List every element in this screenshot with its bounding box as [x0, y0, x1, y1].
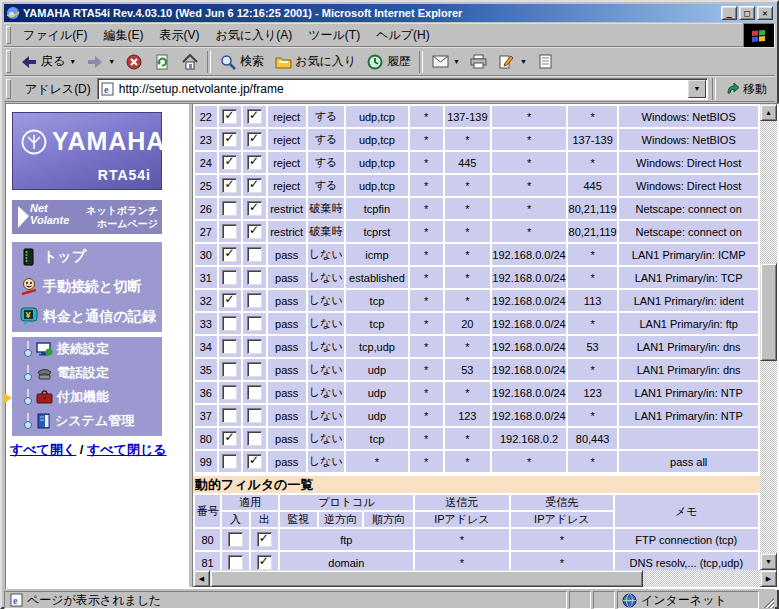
- col-header-destination: 受信先: [511, 495, 613, 510]
- in-checkbox[interactable]: [222, 454, 237, 469]
- go-button[interactable]: 移動: [720, 81, 775, 98]
- resize-grip[interactable]: [761, 591, 775, 609]
- toolbar-grip[interactable]: [6, 50, 11, 72]
- in-checkbox[interactable]: [222, 155, 237, 170]
- out-checkbox[interactable]: [247, 408, 262, 423]
- in-checkbox[interactable]: [222, 109, 237, 124]
- out-checkbox[interactable]: [257, 532, 272, 547]
- open-all-link[interactable]: すべて開く: [10, 442, 76, 457]
- in-checkbox-cell: [219, 198, 242, 219]
- refresh-button[interactable]: [148, 50, 176, 74]
- address-input[interactable]: http://setup.netvolante.jp/frame: [119, 82, 688, 96]
- out-checkbox[interactable]: [247, 385, 262, 400]
- horizontal-scroll-thumb[interactable]: [210, 570, 643, 587]
- stop-button[interactable]: [120, 50, 148, 74]
- filter-source-port: *: [445, 428, 491, 449]
- in-checkbox[interactable]: [222, 224, 237, 239]
- out-checkbox[interactable]: [247, 132, 262, 147]
- address-dropdown-button[interactable]: ▼: [688, 80, 706, 98]
- out-checkbox[interactable]: [247, 270, 262, 285]
- scroll-left-button[interactable]: ◀: [193, 570, 210, 587]
- sidebar-item-system-admin[interactable]: システム管理: [12, 409, 162, 433]
- filter-source-ip: *: [410, 359, 443, 380]
- svg-text:¥: ¥: [26, 310, 31, 320]
- out-checkbox[interactable]: [247, 224, 262, 239]
- sidebar-item-top[interactable]: トップ: [12, 242, 162, 272]
- search-button[interactable]: 検索: [214, 50, 269, 74]
- window-title: YAMAHA RTA54i Rev.4.03.10 (Wed Jun 6 12:…: [23, 7, 719, 19]
- scroll-right-button[interactable]: ▶: [760, 570, 777, 587]
- close-button[interactable]: ✕: [757, 6, 773, 20]
- filter-number: 22: [195, 106, 217, 127]
- out-checkbox[interactable]: [247, 109, 262, 124]
- out-checkbox[interactable]: [247, 339, 262, 354]
- edit-button[interactable]: ▼: [493, 50, 532, 74]
- sidebar-item-fees-log[interactable]: ¥ 料金と通信の記録: [12, 302, 162, 332]
- home-button[interactable]: [176, 50, 204, 74]
- vertical-scrollbar[interactable]: ▲ ▼: [760, 104, 777, 570]
- in-checkbox[interactable]: [222, 316, 237, 331]
- out-checkbox-cell: [243, 175, 266, 196]
- favorites-button[interactable]: お気に入り: [269, 50, 361, 74]
- sidebar-item-addon-functions[interactable]: 付加機能: [12, 385, 162, 409]
- scroll-up-button[interactable]: ▲: [760, 104, 777, 121]
- go-label: 移動: [743, 81, 767, 98]
- menu-tools[interactable]: ツール(T): [300, 24, 368, 47]
- out-checkbox[interactable]: [247, 178, 262, 193]
- filter-destination-port: 80,21,119: [568, 221, 617, 242]
- menu-view[interactable]: 表示(V): [151, 24, 207, 47]
- out-checkbox[interactable]: [247, 155, 262, 170]
- address-grip[interactable]: [6, 79, 11, 99]
- out-checkbox[interactable]: [247, 362, 262, 377]
- print-button[interactable]: [465, 50, 493, 74]
- in-checkbox[interactable]: [222, 293, 237, 308]
- static-filter-row: 30passしないicmp**192.168.0.0/24*LAN1 Prima…: [195, 244, 758, 265]
- filter-destination-ip: 192.168.0.0/24: [492, 313, 566, 334]
- menu-edit[interactable]: 編集(E): [95, 24, 151, 47]
- in-checkbox[interactable]: [228, 555, 243, 570]
- sidebar-item-manual-connect[interactable]: 手動接続と切断: [12, 272, 162, 302]
- menu-help[interactable]: ヘルプ(H): [368, 24, 438, 47]
- maximize-button[interactable]: □: [739, 6, 755, 20]
- in-checkbox[interactable]: [222, 247, 237, 262]
- back-button[interactable]: 戻る ▼: [15, 50, 81, 74]
- in-checkbox[interactable]: [222, 408, 237, 423]
- scroll-down-button[interactable]: ▼: [760, 553, 777, 570]
- minimize-button[interactable]: _: [721, 6, 737, 20]
- in-checkbox[interactable]: [222, 178, 237, 193]
- menu-grip[interactable]: [6, 26, 11, 45]
- out-checkbox[interactable]: [247, 431, 262, 446]
- filter-number: 25: [195, 175, 217, 196]
- horizontal-scrollbar[interactable]: ◀ ▶: [193, 570, 777, 587]
- out-checkbox[interactable]: [247, 293, 262, 308]
- filter-source-port: 137-139: [445, 106, 491, 127]
- in-checkbox[interactable]: [222, 385, 237, 400]
- in-checkbox[interactable]: [222, 339, 237, 354]
- vertical-scroll-thumb[interactable]: [760, 263, 777, 361]
- netvolante-banner[interactable]: NetVolante ネットボランチホームページ: [12, 200, 162, 234]
- in-checkbox[interactable]: [228, 532, 243, 547]
- out-checkbox[interactable]: [247, 201, 262, 216]
- in-checkbox[interactable]: [222, 270, 237, 285]
- filter-destination-port: *: [568, 267, 617, 288]
- out-checkbox[interactable]: [257, 555, 272, 570]
- mail-button[interactable]: ▼: [426, 50, 465, 74]
- out-checkbox[interactable]: [247, 247, 262, 262]
- sidebar-item-connection-settings[interactable]: 接続設定: [12, 337, 162, 361]
- filter-action: pass: [268, 405, 306, 426]
- sidebar-item-phone-settings[interactable]: 電話設定: [12, 361, 162, 385]
- in-checkbox[interactable]: [222, 431, 237, 446]
- filter-memo: LAN1 Primary/in: ICMP: [619, 244, 758, 265]
- in-checkbox[interactable]: [222, 132, 237, 147]
- address-field[interactable]: e http://setup.netvolante.jp/frame ▼: [97, 78, 708, 100]
- menu-file[interactable]: ファイル(F): [15, 24, 95, 47]
- close-all-link[interactable]: すべて閉じる: [87, 442, 167, 457]
- in-checkbox[interactable]: [222, 201, 237, 216]
- history-button[interactable]: 履歴: [361, 50, 416, 74]
- out-checkbox[interactable]: [247, 454, 262, 469]
- out-checkbox[interactable]: [247, 316, 262, 331]
- page-button[interactable]: [532, 50, 560, 74]
- forward-button[interactable]: ▼: [81, 50, 120, 74]
- in-checkbox[interactable]: [222, 362, 237, 377]
- menu-favorites[interactable]: お気に入り(A): [207, 24, 300, 47]
